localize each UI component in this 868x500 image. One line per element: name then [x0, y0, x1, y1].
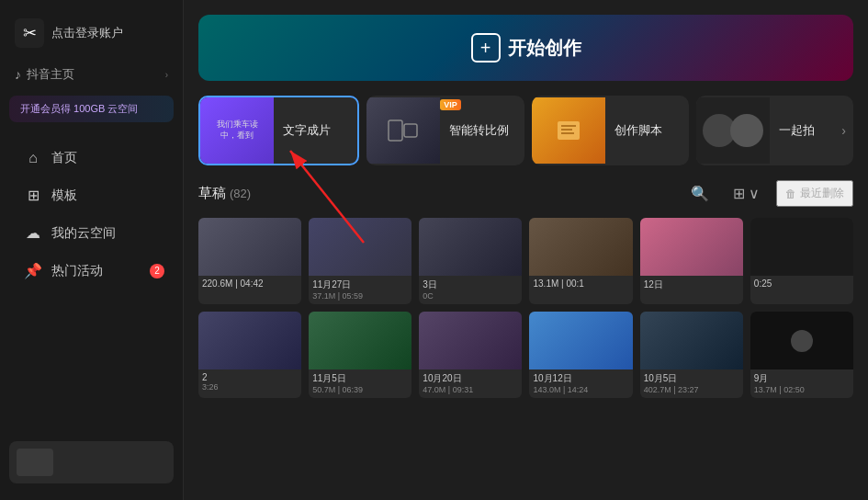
- draft-item-1[interactable]: 220.6M | 04:42: [198, 218, 301, 304]
- script-thumb: [532, 97, 605, 164]
- collab-label: 一起拍: [770, 122, 824, 139]
- sidebar-bottom-card[interactable]: [9, 441, 174, 483]
- draft-info-4: 13.1M | 00:1: [529, 276, 632, 292]
- login-text[interactable]: 点击登录账户: [51, 25, 123, 41]
- sidebar-item-activities-label: 热门活动: [51, 263, 103, 279]
- vip-badge: VIP: [440, 99, 461, 110]
- create-plus-icon: +: [471, 33, 501, 62]
- sidebar-item-templates-label: 模板: [51, 188, 77, 204]
- draft-thumb-6: [750, 218, 853, 276]
- svg-rect-1: [404, 124, 417, 137]
- search-button[interactable]: 🔍: [683, 181, 716, 206]
- sidebar-item-home-label: 首页: [51, 150, 77, 166]
- draft-meta-8: 50.7M | 06:39: [312, 385, 408, 394]
- cloud-icon: ☁: [24, 224, 42, 242]
- draft-item-10[interactable]: 10月12日 143.0M | 14:24: [529, 312, 632, 398]
- draft-date-3: 3日: [423, 278, 518, 291]
- feature-card-text-video[interactable]: 我们乘车读中，看到 文字成片: [198, 96, 359, 165]
- drafts-actions: 🔍 ⊞ ∨ 🗑 最近删除: [683, 180, 853, 207]
- draft-thumb-4: [529, 218, 632, 276]
- draft-grid: 220.6M | 04:42 11月27日 37.1M | 05:59 3日 0…: [198, 218, 853, 398]
- feature-card-collab-wrap: 一起拍 ›: [696, 97, 853, 164]
- draft-date-4: 13.1M | 00:1: [533, 278, 628, 289]
- draft-info-10: 10月12日 143.0M | 14:24: [529, 369, 632, 398]
- svg-rect-2: [558, 121, 580, 140]
- sidebar-nav: ⌂ 首页 ⊞ 模板 ☁ 我的云空间 📌 热门活动 2: [0, 139, 183, 434]
- home-icon: ⌂: [24, 150, 42, 166]
- sidebar-item-activities[interactable]: 📌 热门活动 2: [6, 253, 177, 289]
- draft-thumb-3: [419, 218, 522, 276]
- recently-deleted-label: 最近删除: [800, 186, 844, 201]
- upgrade-banner[interactable]: 开通会员得 100GB 云空间: [9, 96, 174, 122]
- smart-ratio-thumb: [366, 97, 440, 164]
- draft-item-4[interactable]: 13.1M | 00:1: [529, 218, 632, 304]
- draft-thumb-2: [309, 218, 411, 276]
- view-toggle-button[interactable]: ⊞ ∨: [726, 181, 767, 206]
- draft-date-12: 9月: [754, 372, 850, 385]
- svg-rect-0: [389, 120, 402, 141]
- draft-info-5: 12日: [640, 276, 743, 295]
- feature-cards: 我们乘车读中，看到 文字成片 智能转比例 VIP: [198, 96, 853, 165]
- sidebar: ✂ 点击登录账户 ♪ 抖音主页 › 开通会员得 100GB 云空间 ⌂ 首页 ⊞…: [0, 0, 184, 500]
- feature-card-text-video-wrap: 我们乘车读中，看到 文字成片: [200, 97, 357, 164]
- draft-meta-12: 13.7M | 02:50: [754, 385, 850, 394]
- logo-area: ✂ 点击登录账户: [0, 9, 183, 61]
- draft-date-2: 11月27日: [312, 278, 408, 291]
- sidebar-item-templates[interactable]: ⊞ 模板: [6, 177, 177, 213]
- draft-date-8: 11月5日: [312, 372, 408, 385]
- draft-info-3: 3日 0C: [419, 276, 522, 304]
- draft-thumb-9: [419, 312, 522, 369]
- feature-card-collab[interactable]: 一起拍 ›: [696, 96, 853, 165]
- draft-info-8: 11月5日 50.7M | 06:39: [309, 369, 411, 398]
- draft-item-3[interactable]: 3日 0C: [419, 218, 522, 304]
- draft-item-5[interactable]: 12日: [640, 218, 743, 304]
- create-button[interactable]: + 开始创作: [471, 33, 581, 62]
- draft-date-5: 12日: [644, 278, 739, 291]
- tiktok-main-link[interactable]: ♪ 抖音主页 ›: [0, 61, 183, 88]
- sidebar-thumb: [17, 449, 53, 476]
- sidebar-item-home[interactable]: ⌂ 首页: [6, 141, 177, 176]
- draft-meta-3: 0C: [423, 291, 518, 301]
- draft-meta-7: 3:26: [202, 382, 298, 392]
- draft-item-7[interactable]: 2 3:26: [198, 312, 301, 398]
- svg-point-8: [730, 114, 763, 147]
- activities-badge: 2: [150, 264, 164, 278]
- feature-card-script[interactable]: 创作脚本: [532, 96, 689, 165]
- draft-info-7: 2 3:26: [198, 369, 301, 395]
- sidebar-bottom: [0, 434, 183, 491]
- draft-item-2[interactable]: 11月27日 37.1M | 05:59: [309, 218, 411, 304]
- draft-item-12[interactable]: 9月 13.7M | 02:50: [750, 312, 853, 398]
- collab-thumb: [696, 97, 770, 164]
- draft-thumb-5: [640, 218, 743, 276]
- draft-item-11[interactable]: 10月5日 402.7M | 23:27: [640, 312, 743, 398]
- draft-date-1: 220.6M | 04:42: [202, 278, 298, 289]
- draft-date-7: 2: [202, 372, 298, 382]
- draft-item-6[interactable]: 0:25: [750, 218, 853, 304]
- sidebar-item-cloud[interactable]: ☁ 我的云空间: [6, 215, 177, 251]
- draft-info-9: 10月20日 47.0M | 09:31: [419, 369, 522, 398]
- draft-thumb-8: [309, 312, 411, 369]
- feature-card-script-wrap: 创作脚本: [532, 97, 689, 164]
- recently-deleted-button[interactable]: 🗑 最近删除: [776, 180, 853, 207]
- text-video-thumb: 我们乘车读中，看到: [200, 97, 274, 164]
- drafts-header: 草稿 (82) 🔍 ⊞ ∨ 🗑 最近删除: [198, 180, 853, 207]
- draft-meta-10: 143.0M | 14:24: [533, 385, 628, 394]
- draft-item-9[interactable]: 10月20日 47.0M | 09:31: [419, 312, 522, 398]
- draft-item-8[interactable]: 11月5日 50.7M | 06:39: [309, 312, 411, 398]
- feature-card-smart-ratio[interactable]: 智能转比例 VIP: [366, 96, 524, 165]
- draft-date-11: 10月5日: [644, 372, 739, 385]
- draft-date-6: 0:25: [754, 278, 850, 289]
- draft-date-9: 10月20日: [423, 372, 518, 385]
- draft-meta-2: 37.1M | 05:59: [312, 291, 408, 301]
- trash-icon: 🗑: [785, 188, 796, 200]
- smart-ratio-label: 智能转比例: [440, 122, 518, 139]
- draft-meta-11: 402.7M | 23:27: [644, 385, 739, 394]
- draft-info-12: 9月 13.7M | 02:50: [750, 369, 853, 398]
- create-banner[interactable]: + 开始创作: [198, 15, 853, 81]
- draft-thumb-10: [529, 312, 632, 369]
- collab-arrow: ›: [841, 123, 853, 138]
- activities-icon: 📌: [24, 262, 42, 279]
- tiktok-main-label: 抖音主页: [27, 66, 74, 83]
- draft-meta-9: 47.0M | 09:31: [423, 385, 518, 394]
- templates-icon: ⊞: [24, 187, 42, 204]
